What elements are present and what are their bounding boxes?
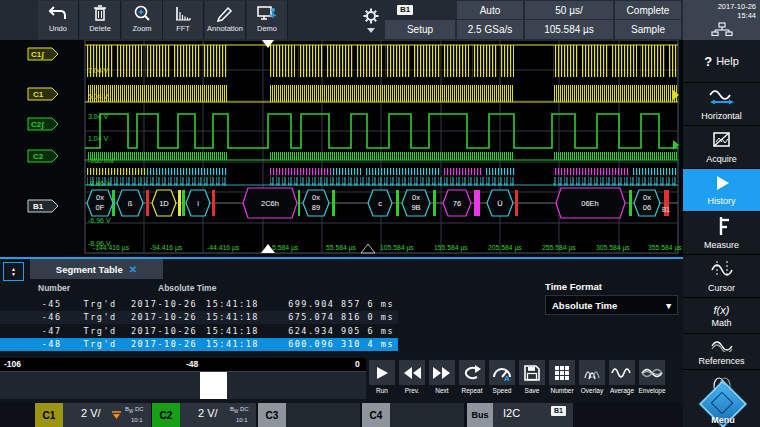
trigger-mode-cell[interactable]: Auto: [457, 1, 523, 19]
slider-max-label: 0: [355, 359, 360, 369]
c3-settings-panel[interactable]: [286, 403, 360, 427]
sidebar-item-cursor[interactable]: Cursor: [683, 255, 760, 298]
channel-tag-c2[interactable]: C2: [28, 150, 58, 162]
chevron-down-icon: ▾: [666, 300, 671, 311]
svg-text:0x: 0x: [412, 193, 420, 202]
sidebar-item-horizontal[interactable]: Horizontal: [683, 83, 760, 126]
segment-row[interactable]: -47 Trg'd 2017-10-26 15:41:18 624.934 90…: [0, 324, 398, 338]
svg-text:C2: C2: [33, 152, 44, 161]
rewind-icon: [399, 360, 425, 385]
settings-gear-button[interactable]: [363, 8, 383, 34]
acq-mode-value: Sample: [631, 24, 665, 35]
arrow-down-icon: ▼: [11, 272, 16, 277]
segment-row[interactable]: -46 Trg'd 2017-10-26 15:41:18 675.074 81…: [0, 311, 398, 325]
acq-mode-cell[interactable]: Sample: [615, 20, 681, 39]
svg-text:Ü: Ü: [497, 199, 502, 208]
bus-tab[interactable]: Bus: [467, 403, 493, 427]
slider-thumb[interactable]: [200, 372, 227, 399]
fast-forward-icon: [429, 360, 455, 385]
channel-tab-c1[interactable]: C1: [35, 403, 63, 427]
envelope-wave-icon: [639, 360, 665, 385]
time-format-label: Time Format: [545, 281, 602, 292]
c2-scale: 2 V/: [198, 407, 218, 419]
history-play-icon: [712, 174, 732, 194]
next-button[interactable]: Next: [428, 360, 456, 398]
save-button[interactable]: Save: [518, 360, 546, 398]
fx-icon: f(x): [714, 304, 730, 316]
slider-track[interactable]: [0, 371, 366, 399]
delete-button[interactable]: Delete: [80, 1, 121, 39]
channel-tab-c2[interactable]: C2: [152, 403, 180, 427]
bus-indicator-cell: B1: [385, 1, 455, 19]
svg-text:255.584 µs: 255.584 µs: [542, 244, 576, 252]
panel-resize-handle[interactable]: ▲ ▼: [3, 262, 24, 281]
sidebar-item-help[interactable]: ? Help: [683, 40, 760, 83]
column-header-absolute-time: Absolute Time: [158, 283, 216, 293]
c2-settings-panel[interactable]: 2 V/ BW DC 10:1: [180, 403, 256, 427]
fft-label: FFT: [176, 24, 190, 33]
envelope-button[interactable]: Envelope: [638, 360, 666, 398]
channel-tab-c4[interactable]: C4: [362, 403, 390, 427]
zoom-button[interactable]: Zoom: [122, 1, 163, 39]
average-button[interactable]: Average: [608, 360, 636, 398]
sidebar-item-references[interactable]: References: [683, 334, 760, 370]
channel-tag-c1-zoom[interactable]: C1ʃ: [28, 48, 58, 60]
c4-settings-panel[interactable]: [390, 403, 464, 427]
bus-settings-panel[interactable]: I2C B1: [493, 403, 573, 427]
channel-tag-c2-zoom[interactable]: C2ʃ: [28, 118, 58, 130]
menu-button[interactable]: Menu: [695, 385, 755, 427]
svg-text:06Eh: 06Eh: [581, 199, 599, 208]
sidebar-item-history[interactable]: History: [683, 169, 760, 212]
gauge-icon: A: [489, 360, 515, 385]
repeat-button[interactable]: Repeat: [458, 360, 486, 398]
timebase-value: 50 µs/: [555, 5, 582, 16]
undo-button[interactable]: Undo: [38, 1, 79, 39]
sidebar-item-acquire[interactable]: Acquire: [683, 126, 760, 169]
svg-text:355.584 µs: 355.584 µs: [648, 244, 682, 252]
question-icon: ?: [704, 54, 712, 69]
channel-tag-b1[interactable]: B1: [28, 200, 58, 212]
demo-button[interactable]: Demo: [247, 1, 288, 39]
c1-probe-ratio: 10:1: [131, 417, 143, 423]
date-value: 2017-10-26: [718, 2, 760, 11]
setup-button[interactable]: Setup: [385, 20, 455, 39]
sidebar-item-measure[interactable]: Measure: [683, 212, 760, 255]
sample-rate-cell[interactable]: 2.5 GSa/s: [457, 20, 523, 39]
svg-text:C2ʃ: C2ʃ: [31, 120, 44, 129]
zoom-label: Zoom: [132, 24, 151, 33]
tab-segment-table[interactable]: Segment Table ✕: [30, 259, 163, 279]
acq-state-cell[interactable]: Complete: [615, 1, 681, 19]
waveform-display[interactable]: 7.04 V 5.04 V 3.04 V 1.04 V -960 mV -2.9…: [0, 40, 683, 257]
svg-text:B1: B1: [33, 202, 44, 211]
segment-table-panel: ▲ ▼ Segment Table ✕ Number Absolute Time…: [0, 257, 683, 358]
datetime-cell[interactable]: 2017-10-26 15:44: [683, 0, 760, 40]
annotation-button[interactable]: Annotation: [205, 1, 246, 39]
menu-label: Menu: [695, 415, 751, 425]
run-button[interactable]: Run: [368, 360, 396, 398]
segment-row-selected[interactable]: -48 Trg'd 2017-10-26 15:41:18 600.096 31…: [0, 338, 398, 352]
channel-tab-c3[interactable]: C3: [258, 403, 286, 427]
svg-text:9B: 9B: [411, 203, 420, 212]
loop-icon: [459, 360, 485, 385]
segment-row[interactable]: -45 Trg'd 2017-10-26 15:41:18 699.904 85…: [0, 297, 398, 311]
annotation-label: Annotation: [207, 24, 243, 33]
c1-scale: 2 V/: [81, 407, 101, 419]
prev-button[interactable]: Prev.: [398, 360, 426, 398]
number-button[interactable]: Number: [548, 360, 576, 398]
play-icon: [369, 360, 395, 385]
fft-button[interactable]: FFT: [163, 1, 204, 39]
bus-protocol: I2C: [503, 407, 520, 419]
demo-label: Demo: [257, 24, 277, 33]
c1-settings-panel[interactable]: 2 V/ BW DC 10:1: [63, 403, 151, 427]
time-format-dropdown[interactable]: Absolute Time ▾: [545, 295, 678, 315]
record-time-cell[interactable]: 105.584 µs: [525, 20, 613, 39]
sidebar-item-math[interactable]: f(x) Math: [683, 298, 760, 334]
svg-text:3.04 V: 3.04 V: [88, 113, 109, 120]
channel-tag-c1[interactable]: C1: [28, 88, 58, 100]
close-tab-icon[interactable]: ✕: [129, 264, 137, 275]
svg-text:76: 76: [453, 199, 461, 208]
overlay-button[interactable]: Overlay: [578, 360, 606, 398]
timebase-cell[interactable]: 50 µs/: [525, 1, 613, 19]
speed-button[interactable]: A Speed: [488, 360, 516, 398]
fft-icon: [173, 4, 193, 22]
